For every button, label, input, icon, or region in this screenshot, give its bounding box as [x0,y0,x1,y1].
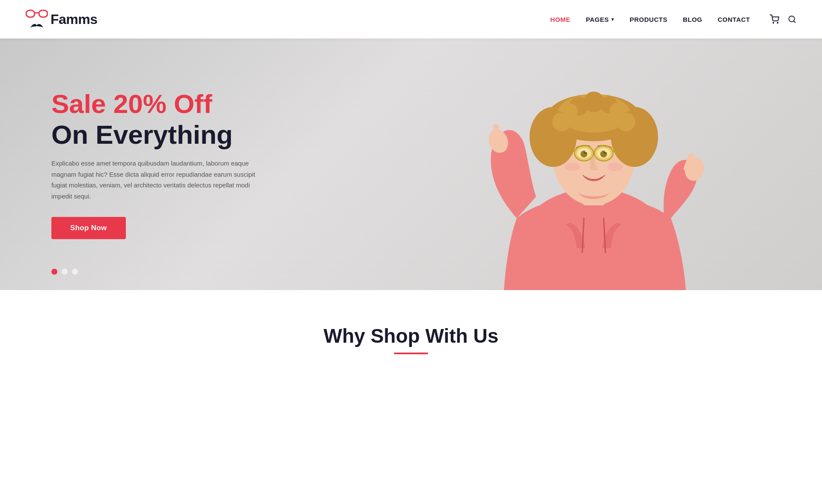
svg-point-48 [565,163,580,171]
chevron-down-icon: ▾ [611,17,614,22]
hero-dots [51,269,78,275]
header: Famms HOME PAGES ▾ PRODUCTS BLOG CONTACT [0,0,822,39]
nav-icons [770,15,796,24]
hero-image [370,39,822,290]
carousel-dot-2[interactable] [62,269,68,275]
why-shop-section: Why Shop With Us [0,290,822,371]
svg-rect-0 [26,10,35,17]
logo-icon [26,9,48,30]
mustache-icon [30,22,44,30]
svg-point-5 [773,22,774,23]
search-icon-button[interactable] [788,15,796,24]
hero-sale-text: Sale 20% Off [51,89,257,119]
nav-contact[interactable]: CONTACT [718,16,750,23]
nav-home[interactable]: HOME [550,16,570,23]
nav-pages[interactable]: PAGES ▾ [586,16,614,23]
shop-now-button[interactable]: Shop Now [51,217,126,239]
svg-point-34 [610,103,625,118]
hero-content: Sale 20% Off On Everything Explicabo ess… [0,89,257,239]
hero-section: Sale 20% Off On Everything Explicabo ess… [0,39,822,290]
main-nav: HOME PAGES ▾ PRODUCTS BLOG CONTACT [550,15,796,24]
why-shop-title: Why Shop With Us [26,324,796,347]
hero-description: Explicabo esse amet tempora quibusdam la… [51,158,257,202]
carousel-dot-1[interactable] [51,269,57,275]
hero-subtitle-text: On Everything [51,120,257,149]
svg-point-43 [575,145,593,161]
svg-point-44 [594,145,613,161]
glasses-icon [26,9,48,21]
svg-line-8 [794,21,795,23]
svg-point-33 [563,104,578,119]
svg-point-6 [777,22,778,23]
svg-rect-1 [39,10,48,17]
nav-blog[interactable]: BLOG [683,16,702,23]
logo-text: Famms [51,12,98,27]
nav-products[interactable]: PRODUCTS [630,16,667,23]
carousel-dot-3[interactable] [72,269,78,275]
why-shop-underline [394,353,428,354]
cart-icon-button[interactable] [770,15,779,24]
svg-point-49 [608,163,623,171]
logo[interactable]: Famms [26,9,98,30]
